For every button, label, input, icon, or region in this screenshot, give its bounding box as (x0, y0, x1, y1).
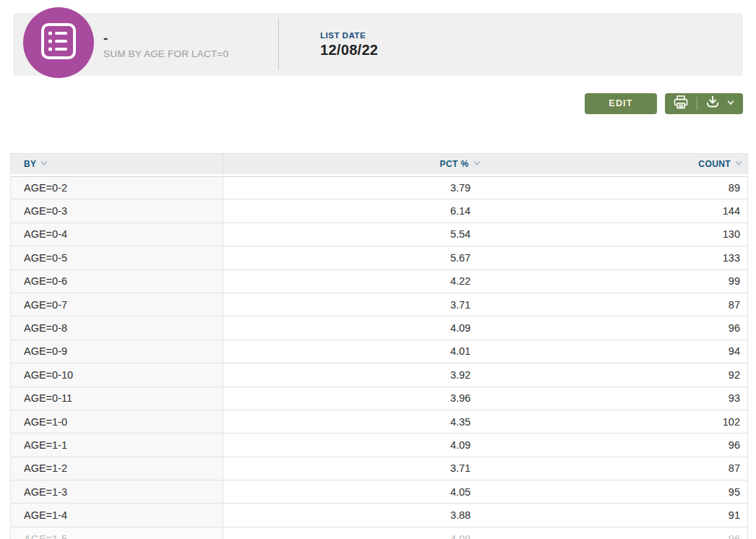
printer-icon (673, 95, 689, 113)
column-header-count[interactable]: COUNT (697, 153, 748, 176)
table-header-row: BY PCT % COUNT (10, 153, 748, 176)
column-header-by[interactable]: BY (10, 153, 223, 176)
sort-chevron-icon (734, 159, 743, 169)
table-row[interactable]: AGE=0-73.7187 (10, 293, 748, 316)
column-header-label: PCT % (439, 159, 468, 169)
cell-count: 94 (697, 340, 748, 363)
print-download-button-group (665, 93, 743, 114)
cell-pct: 3.92 (223, 363, 697, 387)
page: - SUM BY AGE FOR LACT=0 LIST DATE 12/08/… (0, 13, 756, 539)
chevron-down-icon (726, 97, 735, 110)
cell-pct: 3.96 (223, 387, 697, 410)
table-row[interactable]: AGE=0-45.54130 (10, 223, 748, 246)
cell-pct: 4.09 (223, 527, 697, 539)
cell-count: 133 (697, 246, 748, 270)
avatar (23, 7, 94, 78)
cell-count: 144 (697, 199, 748, 223)
cell-pct: 3.71 (223, 293, 697, 316)
cell-pct: 4.09 (223, 434, 697, 457)
cell-pct: 5.54 (223, 223, 697, 246)
table-row[interactable]: AGE=0-55.67133 (10, 246, 748, 270)
sort-chevron-icon (40, 159, 48, 169)
cell-pct: 3.71 (223, 457, 697, 480)
cell-count: 89 (697, 176, 748, 199)
print-button[interactable] (673, 95, 689, 113)
list-date-label: LIST DATE (320, 31, 378, 40)
cell-pct: 4.09 (223, 316, 697, 340)
cell-count: 91 (697, 504, 748, 527)
list-date-block: LIST DATE 12/08/22 (320, 13, 378, 76)
table-row[interactable]: AGE=0-94.0194 (10, 340, 748, 363)
cell-by: AGE=1-1 (10, 434, 223, 457)
cell-pct: 6.14 (223, 199, 697, 223)
list-date-value: 12/08/22 (320, 42, 378, 59)
table-row[interactable]: AGE=1-34.0595 (10, 480, 748, 504)
cell-by: AGE=0-7 (10, 293, 223, 316)
cell-pct: 4.22 (223, 270, 697, 293)
cell-pct: 5.67 (223, 246, 697, 270)
download-icon (705, 95, 720, 112)
cell-by: AGE=0-5 (10, 246, 223, 270)
column-header-label: COUNT (698, 159, 731, 169)
table-row[interactable]: AGE=0-23.7989 (10, 176, 748, 199)
cell-by: AGE=1-5 (10, 527, 223, 539)
table-row[interactable]: AGE=1-54.0996 (10, 527, 748, 539)
list-icon (40, 22, 77, 64)
table-body: AGE=0-23.7989AGE=0-36.14144AGE=0-45.5413… (10, 176, 748, 539)
cell-by: AGE=0-11 (10, 387, 223, 410)
cell-count: 92 (697, 363, 748, 387)
cell-count: 99 (697, 270, 748, 293)
cell-pct: 3.79 (223, 176, 697, 199)
cell-by: AGE=0-10 (10, 363, 223, 387)
results-table: BY PCT % COUNT AGE=0-23.7989AGE=0-36.141… (10, 153, 748, 539)
cell-count: 87 (697, 293, 748, 316)
edit-button[interactable]: EDIT (585, 93, 657, 114)
cell-count: 102 (697, 410, 748, 434)
cell-by: AGE=0-6 (10, 270, 223, 293)
cell-by: AGE=1-4 (10, 504, 223, 527)
header-divider (278, 19, 279, 70)
sort-chevron-icon (473, 159, 481, 169)
cell-pct: 4.35 (223, 410, 697, 434)
toolbar: EDIT (0, 92, 743, 114)
table-row[interactable]: AGE=0-36.14144 (10, 199, 748, 223)
table-row[interactable]: AGE=0-113.9693 (10, 387, 748, 410)
column-header-pct[interactable]: PCT % (223, 153, 697, 176)
table-row[interactable]: AGE=1-43.8891 (10, 504, 748, 527)
cell-count: 95 (697, 480, 748, 504)
cell-pct: 3.88 (223, 504, 697, 527)
cell-by: AGE=0-3 (10, 199, 223, 223)
page-title: - (103, 30, 228, 46)
table-row[interactable]: AGE=0-103.9292 (10, 363, 748, 387)
table-row[interactable]: AGE=0-64.2299 (10, 270, 748, 293)
cell-by: AGE=1-2 (10, 457, 223, 480)
page-subtitle: SUM BY AGE FOR LACT=0 (103, 48, 228, 59)
cell-by: AGE=1-0 (10, 410, 223, 434)
button-group-divider (697, 97, 697, 110)
cell-by: AGE=0-9 (10, 340, 223, 363)
table-row[interactable]: AGE=1-23.7187 (10, 457, 748, 480)
cell-by: AGE=0-4 (10, 223, 223, 246)
download-button[interactable] (705, 95, 735, 112)
cell-pct: 4.01 (223, 340, 697, 363)
table-row[interactable]: AGE=1-14.0996 (10, 434, 748, 457)
cell-count: 96 (697, 434, 748, 457)
column-header-label: BY (24, 159, 36, 169)
cell-count: 93 (697, 387, 748, 410)
cell-count: 130 (697, 223, 748, 246)
cell-by: AGE=0-2 (10, 176, 223, 199)
cell-by: AGE=1-3 (10, 480, 223, 504)
table-row[interactable]: AGE=1-04.35102 (10, 410, 748, 434)
report-header: - SUM BY AGE FOR LACT=0 LIST DATE 12/08/… (13, 13, 743, 76)
cell-count: 96 (697, 527, 748, 539)
cell-by: AGE=0-8 (10, 316, 223, 340)
cell-count: 96 (697, 316, 748, 340)
title-block: - SUM BY AGE FOR LACT=0 (103, 13, 228, 76)
cell-pct: 4.05 (223, 480, 697, 504)
cell-count: 87 (697, 457, 748, 480)
table-row[interactable]: AGE=0-84.0996 (10, 316, 748, 340)
